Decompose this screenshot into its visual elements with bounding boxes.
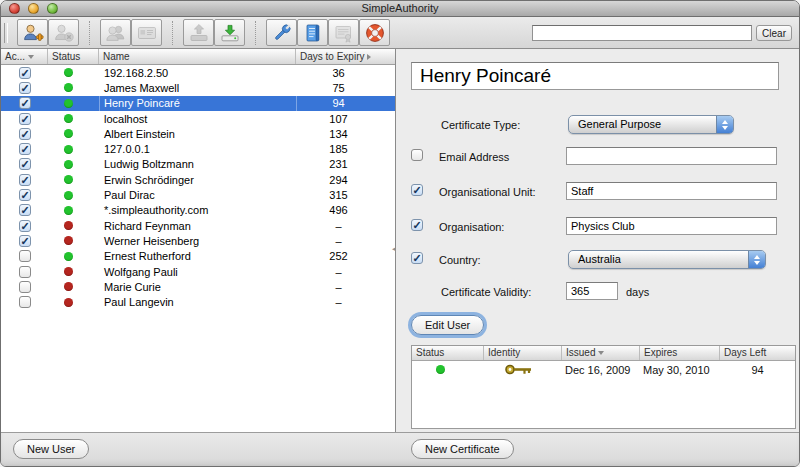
user-name: Paul Langevin	[99, 294, 296, 309]
row-active-checkbox[interactable]: ✓	[19, 67, 31, 79]
row-active-checkbox[interactable]: ✓	[19, 174, 31, 186]
certificate-table: Status Identity Issued Expires Days Left…	[411, 345, 796, 429]
search-input[interactable]	[532, 25, 752, 41]
cert-column-issued[interactable]: Issued	[562, 346, 640, 360]
row-active-checkbox[interactable]	[19, 266, 31, 278]
new-user-button[interactable]: New User	[13, 439, 89, 459]
user-row[interactable]: Marie Curie–	[1, 279, 395, 294]
row-active-checkbox[interactable]: ✓	[19, 143, 31, 155]
row-active-checkbox[interactable]	[19, 296, 31, 308]
user-row[interactable]: ✓Werner Heisenberg–	[1, 233, 395, 248]
user-row[interactable]: ✓Richard Feynman–	[1, 218, 395, 233]
status-dot-green	[64, 129, 73, 138]
delete-user-button[interactable]	[48, 19, 79, 46]
user-row[interactable]: Ernest Rutherford252	[1, 249, 395, 264]
cert-column-identity[interactable]: Identity	[484, 346, 562, 360]
country-checkbox[interactable]: ✓	[411, 252, 423, 264]
days-to-expiry: –	[296, 218, 381, 233]
export-button[interactable]	[183, 19, 214, 46]
id-card-button[interactable]	[131, 19, 162, 46]
days-to-expiry: –	[296, 294, 381, 309]
zoom-window-button[interactable]	[47, 3, 58, 14]
days-to-expiry: 231	[296, 157, 381, 172]
user-name: Erwin Schrödinger	[99, 172, 296, 187]
row-active-checkbox[interactable]: ✓	[19, 204, 31, 216]
lifebuoy-icon	[364, 22, 386, 44]
close-window-button[interactable]	[9, 3, 20, 14]
user-row[interactable]: ✓Ludwig Boltzmann231	[1, 157, 395, 172]
row-active-checkbox[interactable]: ✓	[19, 113, 31, 125]
row-active-checkbox[interactable]: ✓	[19, 82, 31, 94]
add-user-button[interactable]	[17, 19, 48, 46]
certificate-button[interactable]	[328, 19, 359, 46]
user-row[interactable]: ✓localhost107	[1, 111, 395, 126]
cert-expires-date: May 30, 2010	[640, 361, 720, 378]
organisation-field[interactable]	[566, 217, 777, 235]
log-button[interactable]	[297, 19, 328, 46]
row-active-checkbox[interactable]: ✓	[19, 235, 31, 247]
user-row[interactable]: ✓192.168.2.5036	[1, 65, 395, 80]
email-field[interactable]	[566, 147, 777, 165]
minimize-window-button[interactable]	[28, 3, 39, 14]
days-to-expiry: 496	[296, 203, 381, 218]
certificate-type-popup[interactable]: General Purpose	[568, 115, 734, 134]
sort-indicator-icon	[598, 351, 604, 355]
user-table-body: ✓192.168.2.5036✓James Maxwell75✓Henry Po…	[1, 65, 395, 432]
cert-identity-cell	[484, 361, 562, 378]
org-unit-checkbox[interactable]: ✓	[411, 184, 423, 196]
days-to-expiry: 294	[296, 172, 381, 187]
user-row[interactable]: ✓Albert Einstein134	[1, 126, 395, 141]
organisation-label: Organisation:	[439, 218, 504, 236]
cert-status-cell	[412, 361, 484, 378]
status-dot-red	[64, 267, 73, 276]
certificate-row[interactable]: Dec 16, 2009May 30, 201094	[412, 361, 795, 378]
row-active-checkbox[interactable]: ✓	[19, 158, 31, 170]
edit-user-button[interactable]: Edit User	[411, 315, 484, 335]
org-unit-field[interactable]	[566, 182, 777, 200]
row-active-checkbox[interactable]: ✓	[19, 97, 31, 109]
user-name: Ernest Rutherford	[99, 249, 296, 264]
settings-button[interactable]	[266, 19, 297, 46]
email-checkbox[interactable]	[411, 149, 423, 161]
user-name: *.simpleauthority.com	[99, 203, 296, 218]
certificate-icon	[333, 22, 355, 44]
country-popup[interactable]: Australia	[568, 250, 766, 269]
import-button[interactable]	[214, 19, 245, 46]
row-active-checkbox[interactable]	[19, 281, 31, 293]
user-group-button[interactable]	[100, 19, 131, 46]
user-row[interactable]: ✓Henry Poincaré94	[1, 96, 395, 111]
cert-column-days-left[interactable]: Days Left	[720, 346, 795, 360]
user-row[interactable]: ✓Paul Dirac315	[1, 187, 395, 202]
toolbar-drag-handle[interactable]	[4, 23, 8, 43]
row-active-checkbox[interactable]	[19, 250, 31, 262]
column-header-name[interactable]: Name	[99, 49, 296, 64]
column-header-status[interactable]: Status	[48, 49, 99, 64]
certificate-table-header: Status Identity Issued Expires Days Left	[412, 346, 795, 361]
status-dot-green	[64, 175, 73, 184]
validity-field[interactable]	[566, 282, 618, 300]
new-certificate-button[interactable]: New Certificate	[411, 439, 514, 459]
window-title: SimpleAuthority	[1, 1, 799, 16]
user-row[interactable]: Wolfgang Pauli–	[1, 264, 395, 279]
user-row[interactable]: ✓Erwin Schrödinger294	[1, 172, 395, 187]
user-name-field[interactable]	[411, 62, 779, 90]
organisation-checkbox[interactable]: ✓	[411, 219, 423, 231]
user-row[interactable]: Paul Langevin–	[1, 294, 395, 309]
scroll-icon	[302, 22, 324, 44]
column-header-days[interactable]: Days to Expiry	[296, 49, 395, 64]
column-header-active[interactable]: Ac...	[1, 49, 48, 64]
clear-search-button[interactable]: Clear	[756, 25, 792, 41]
user-name: Marie Curie	[99, 279, 296, 294]
user-row[interactable]: ✓127.0.0.1185	[1, 141, 395, 156]
user-name: Albert Einstein	[99, 126, 296, 141]
cert-column-expires[interactable]: Expires	[640, 346, 720, 360]
user-row[interactable]: ✓James Maxwell75	[1, 80, 395, 95]
help-button[interactable]	[359, 19, 390, 46]
cert-column-status[interactable]: Status	[412, 346, 484, 360]
user-name: Henry Poincaré	[99, 96, 296, 111]
row-active-checkbox[interactable]: ✓	[19, 189, 31, 201]
add-user-icon	[22, 22, 44, 44]
user-row[interactable]: ✓*.simpleauthority.com496	[1, 203, 395, 218]
row-active-checkbox[interactable]: ✓	[19, 128, 31, 140]
row-active-checkbox[interactable]: ✓	[19, 220, 31, 232]
